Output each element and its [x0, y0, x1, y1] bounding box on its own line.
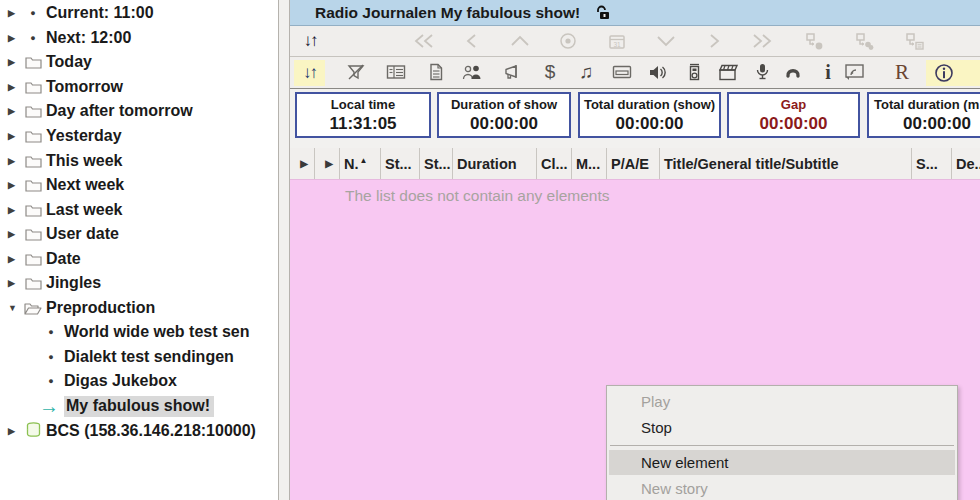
skip-back-icon[interactable] [412, 31, 436, 51]
header-de[interactable]: De... [952, 148, 980, 179]
tree-item-label[interactable]: User date [46, 225, 119, 243]
expander-icon[interactable]: ▶ [8, 426, 22, 436]
bullet-icon: ● [30, 8, 35, 18]
tree-item-date[interactable]: ▶ Date [0, 246, 278, 271]
expander-icon[interactable]: ▶ [8, 205, 22, 215]
header-title[interactable]: Title/General title/Subtitle [660, 148, 912, 179]
goto-element-icon[interactable] [802, 31, 826, 51]
record-spot-icon[interactable] [556, 31, 580, 51]
next-icon[interactable] [702, 31, 726, 51]
expander-icon[interactable]: ▶ [8, 82, 22, 92]
menu-item-new-element[interactable]: New element [609, 450, 955, 476]
tree-item-last-week[interactable]: ▶ Last week [0, 197, 278, 222]
speaker-icon[interactable] [646, 62, 670, 82]
header-duration[interactable]: Duration [453, 148, 537, 179]
clapperboard-icon[interactable] [716, 62, 740, 82]
tree-item-label[interactable]: Jingles [46, 274, 101, 292]
header-state[interactable]: St... [420, 148, 453, 179]
tree-item-label[interactable]: Current: 11:00 [46, 4, 154, 22]
playlist-area[interactable]: The list does not contain any elements P… [290, 180, 980, 500]
tree-item-preproduction[interactable]: ▼ Preproduction [0, 296, 278, 321]
expander-icon[interactable]: ▶ [8, 57, 22, 67]
header-pae[interactable]: P/A/E [607, 148, 660, 179]
tree-item-jingles[interactable]: ▶ Jingles [0, 271, 278, 296]
expander-icon[interactable]: ▶ [8, 180, 22, 190]
tree-item-label[interactable]: Dialekt test sendingen [64, 348, 234, 366]
expander-icon[interactable]: ▶ [8, 106, 22, 116]
music-icon[interactable]: ♫ [574, 62, 598, 82]
expander-icon[interactable]: ▶ [8, 254, 22, 264]
panel-splitter[interactable] [278, 0, 290, 500]
people-icon[interactable] [460, 62, 484, 82]
layout-table-icon[interactable] [384, 62, 408, 82]
tree-item-world-wide-web[interactable]: ● World wide web test sen [0, 320, 278, 345]
header-number[interactable]: N.▲ [340, 148, 381, 179]
tree-item-label[interactable]: Next week [46, 176, 124, 194]
tree-item-this-week[interactable]: ▶ This week [0, 148, 278, 173]
tree-item-label[interactable]: Today [46, 53, 92, 71]
tree-item-label[interactable]: Digas Jukebox [64, 372, 177, 390]
tree-item-label[interactable]: Yesterday [46, 127, 122, 145]
expander-icon[interactable]: ▶ [8, 156, 22, 166]
tree-item-dialekt-test[interactable]: ● Dialekt test sendingen [0, 345, 278, 370]
tree-item-next-week[interactable]: ▶ Next week [0, 173, 278, 198]
jukebox-icon[interactable] [682, 62, 706, 82]
header-class[interactable]: Cl... [537, 148, 572, 179]
tree-item-label[interactable]: This week [46, 152, 122, 170]
header-s[interactable]: S... [912, 148, 952, 179]
tree-item-label[interactable]: Last week [46, 201, 122, 219]
tree-item-label[interactable]: Tomorrow [46, 78, 123, 96]
info-icon[interactable]: i [816, 62, 840, 82]
tree-item-label[interactable]: Preproduction [46, 299, 155, 317]
tree-item-today[interactable]: ▶ Today [0, 50, 278, 75]
folder-icon [22, 178, 44, 192]
tree-item-day-after-tomorrow[interactable]: ▶ Day after tomorrow [0, 99, 278, 124]
tree-item-user-date[interactable]: ▶ User date [0, 222, 278, 247]
sort-toggle-active[interactable]: ↓↑ [294, 60, 325, 86]
goto-story-icon[interactable] [852, 31, 876, 51]
announcement-icon[interactable] [498, 62, 522, 82]
expander-icon[interactable]: ▶ [8, 131, 22, 141]
header-mode[interactable]: M... [572, 148, 607, 179]
sort-toggle-icon[interactable]: ↓↑ [298, 31, 322, 51]
document-icon[interactable] [424, 62, 448, 82]
skip-forward-icon[interactable] [750, 31, 774, 51]
expander-open-icon[interactable]: ▼ [8, 303, 22, 313]
tree-item-current[interactable]: ▶ ● Current: 11:00 [0, 1, 278, 26]
radio-automation-window: ▶ ● Current: 11:00 ▶ ● Next: 12:00 ▶ Tod… [0, 0, 980, 500]
unlock-icon[interactable] [594, 5, 611, 21]
header-expand-all-2[interactable]: ▶ [315, 148, 340, 179]
move-down-icon[interactable] [654, 31, 678, 51]
tree-item-my-fabulous-show[interactable]: → My fabulous show! [0, 394, 278, 419]
expander-icon[interactable]: ▶ [8, 229, 22, 239]
tree-item-bcs-server[interactable]: ▶ BCS (158.36.146.218:10000) [0, 418, 278, 443]
goto-group-icon[interactable] [902, 31, 926, 51]
previous-icon[interactable] [460, 31, 484, 51]
menu-item-stop[interactable]: Stop [609, 415, 955, 441]
header-expand-all[interactable]: ▶ [290, 148, 315, 179]
expander-icon[interactable]: ▶ [8, 278, 22, 288]
tree-item-label[interactable]: Day after tomorrow [46, 102, 193, 120]
tree-item-label[interactable]: BCS (158.36.146.218:10000) [46, 422, 256, 440]
record-r-icon[interactable]: R [890, 62, 914, 82]
tree-item-yesterday[interactable]: ▶ Yesterday [0, 124, 278, 149]
tree-item-digas-jukebox[interactable]: ● Digas Jukebox [0, 369, 278, 394]
header-start[interactable]: St... [381, 148, 420, 179]
cart-icon[interactable] [610, 62, 634, 82]
tree-item-label[interactable]: Date [46, 250, 81, 268]
tree-item-tomorrow[interactable]: ▶ Tomorrow [0, 75, 278, 100]
calendar-icon[interactable]: 31 [605, 31, 629, 51]
expander-icon[interactable]: ▶ [8, 8, 22, 18]
expander-icon[interactable]: ▶ [8, 33, 22, 43]
filter-off-icon[interactable] [344, 62, 368, 82]
info-circle-active[interactable] [926, 60, 980, 86]
money-icon[interactable]: $ [538, 62, 562, 82]
move-up-icon[interactable] [508, 31, 532, 51]
tree-item-next[interactable]: ▶ ● Next: 12:00 [0, 26, 278, 51]
tree-item-label[interactable]: My fabulous show! [64, 396, 214, 417]
broadcast-icon[interactable] [842, 62, 866, 82]
microphone-icon[interactable] [750, 62, 774, 82]
phone-icon[interactable] [781, 62, 805, 82]
tree-item-label[interactable]: World wide web test sen [64, 323, 250, 341]
tree-item-label[interactable]: Next: 12:00 [46, 29, 131, 47]
